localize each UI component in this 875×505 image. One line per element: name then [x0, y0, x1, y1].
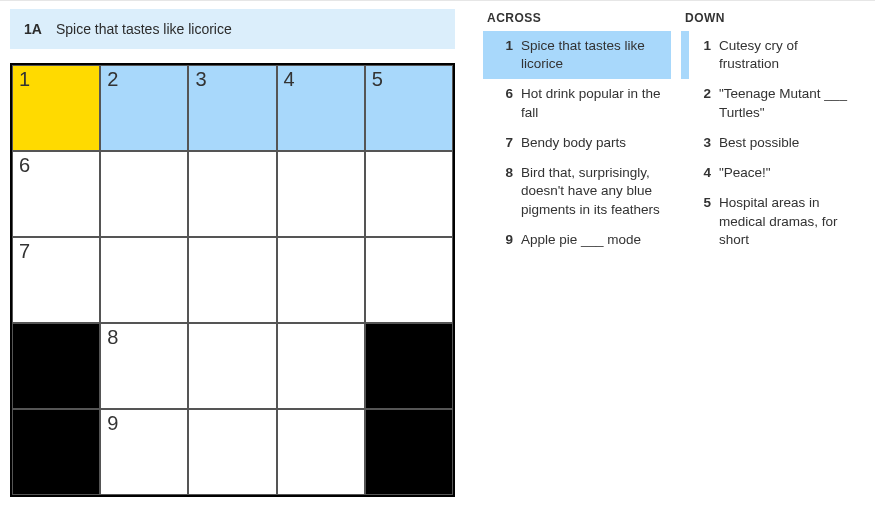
grid-cell[interactable]: 9	[100, 409, 188, 495]
grid-cell[interactable]: 2	[100, 65, 188, 151]
clue-number: 7	[495, 134, 513, 152]
grid-cell[interactable]	[100, 151, 188, 237]
grid-row: 8	[12, 323, 453, 409]
grid-cell[interactable]	[188, 237, 276, 323]
grid-cell[interactable]	[277, 409, 365, 495]
grid-row: 12345	[12, 65, 453, 151]
across-list[interactable]: 1Spice that tastes like licorice6Hot dri…	[483, 31, 671, 489]
grid-row: 9	[12, 409, 453, 495]
down-heading: DOWN	[685, 11, 869, 25]
grid-row: 7	[12, 237, 453, 323]
down-clue-item[interactable]: 3Best possible	[681, 128, 869, 158]
clue-number: 6	[495, 85, 513, 103]
across-clue-item[interactable]: 6Hot drink popular in the fall	[483, 79, 671, 127]
left-panel: 1A Spice that tastes like licorice 12345…	[10, 9, 455, 497]
down-clue-item[interactable]: 2"Teenage Mutant ___ Turtles"	[681, 79, 869, 127]
grid-cell[interactable]	[365, 237, 453, 323]
clue-number: 4	[693, 164, 711, 182]
crossword-grid[interactable]: 123456789	[10, 63, 455, 497]
grid-row: 6	[12, 151, 453, 237]
grid-cell[interactable]	[188, 409, 276, 495]
down-column: DOWN 1Cutesy cry of frustration2"Teenage…	[681, 11, 869, 489]
cell-number: 3	[195, 68, 206, 91]
grid-cell[interactable]	[188, 151, 276, 237]
grid-cell[interactable]	[277, 323, 365, 409]
grid-cell[interactable]	[365, 151, 453, 237]
clue-number: 1	[693, 37, 711, 55]
across-heading: ACROSS	[487, 11, 671, 25]
grid-cell[interactable]: 5	[365, 65, 453, 151]
grid-cell[interactable]: 7	[12, 237, 100, 323]
cell-number: 6	[19, 154, 30, 177]
down-clue-item[interactable]: 4"Peace!"	[681, 158, 869, 188]
grid-cell-black	[365, 409, 453, 495]
clue-number: 5	[693, 194, 711, 212]
grid-cell[interactable]: 4	[277, 65, 365, 151]
grid-cell[interactable]	[277, 237, 365, 323]
clue-text: "Peace!"	[719, 164, 861, 182]
down-clue-item[interactable]: 5Hospital areas in medical dramas, for s…	[681, 188, 869, 255]
clue-number: 3	[693, 134, 711, 152]
clue-number: 1	[495, 37, 513, 55]
current-clue-label: 1A	[24, 21, 42, 37]
cell-number: 1	[19, 68, 30, 91]
current-clue-bar[interactable]: 1A Spice that tastes like licorice	[10, 9, 455, 49]
across-clue-item[interactable]: 8Bird that, surprisingly, doesn't have a…	[483, 158, 671, 225]
across-column: ACROSS 1Spice that tastes like licorice6…	[483, 11, 671, 489]
grid-cell[interactable]: 1	[12, 65, 100, 151]
clue-text: Best possible	[719, 134, 861, 152]
grid-cell[interactable]: 8	[100, 323, 188, 409]
clue-number: 2	[693, 85, 711, 103]
down-clue-item[interactable]: 1Cutesy cry of frustration	[681, 31, 869, 79]
grid-cell-black	[365, 323, 453, 409]
cell-number: 7	[19, 240, 30, 263]
clue-text: Hospital areas in medical dramas, for sh…	[719, 194, 861, 249]
clue-text: Spice that tastes like licorice	[521, 37, 663, 73]
clue-number: 8	[495, 164, 513, 182]
down-list[interactable]: 1Cutesy cry of frustration2"Teenage Muta…	[681, 31, 869, 489]
across-clue-item[interactable]: 9Apple pie ___ mode	[483, 225, 671, 255]
grid-cell[interactable]: 6	[12, 151, 100, 237]
cell-number: 2	[107, 68, 118, 91]
crossword-app: 1A Spice that tastes like licorice 12345…	[0, 0, 875, 505]
grid-cell-black	[12, 323, 100, 409]
grid-cell[interactable]	[188, 323, 276, 409]
across-clue-item[interactable]: 7Bendy body parts	[483, 128, 671, 158]
across-clue-item[interactable]: 1Spice that tastes like licorice	[483, 31, 671, 79]
grid-cell[interactable]	[277, 151, 365, 237]
cell-number: 9	[107, 412, 118, 435]
clue-text: Cutesy cry of frustration	[719, 37, 861, 73]
grid-cell-black	[12, 409, 100, 495]
cell-number: 5	[372, 68, 383, 91]
clue-lists: ACROSS 1Spice that tastes like licorice6…	[483, 11, 875, 489]
grid-cell[interactable]	[100, 237, 188, 323]
clue-text: Bendy body parts	[521, 134, 663, 152]
cell-number: 4	[284, 68, 295, 91]
cell-number: 8	[107, 326, 118, 349]
clue-number: 9	[495, 231, 513, 249]
grid-cell[interactable]: 3	[188, 65, 276, 151]
clue-text: "Teenage Mutant ___ Turtles"	[719, 85, 861, 121]
clue-text: Hot drink popular in the fall	[521, 85, 663, 121]
clue-text: Apple pie ___ mode	[521, 231, 663, 249]
clue-text: Bird that, surprisingly, doesn't have an…	[521, 164, 663, 219]
current-clue-text: Spice that tastes like licorice	[56, 21, 232, 37]
